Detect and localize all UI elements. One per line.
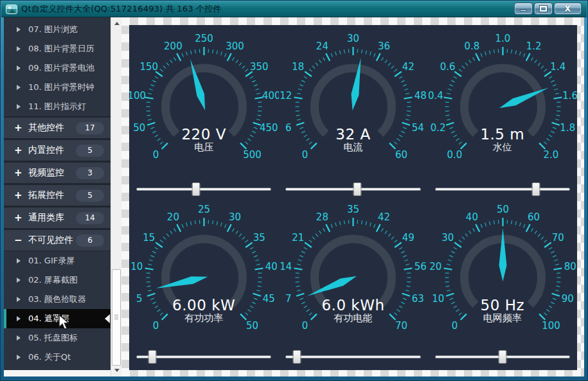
svg-text:35: 35 xyxy=(253,232,265,244)
scrollbar-thumb[interactable] xyxy=(112,269,121,366)
gauge-water-level: 0.00.20.40.60.81.01.21.41.61.82.0 1.5 m … xyxy=(428,25,577,182)
item-label: 07. 图片浏览 xyxy=(28,24,78,35)
svg-text:30: 30 xyxy=(441,232,454,244)
slider-handle[interactable] xyxy=(353,182,362,196)
slider-handle[interactable] xyxy=(192,182,200,196)
slider-handle[interactable] xyxy=(148,350,157,364)
sidebar-group-builtin-controls[interactable]: + 内置控件 5 xyxy=(4,139,111,161)
slider-handle[interactable] xyxy=(498,350,506,364)
scroll-down-icon[interactable] xyxy=(112,366,121,375)
expand-icon: + xyxy=(14,190,22,201)
item-arrow-icon xyxy=(17,316,21,321)
gauge-value: 32 A xyxy=(278,126,427,143)
sidebar-item-02-screenshot[interactable]: 02. 屏幕截图 xyxy=(4,270,111,290)
svg-text:300: 300 xyxy=(226,40,244,52)
slider-handle[interactable] xyxy=(532,182,540,196)
item-label: 01. GIF录屏 xyxy=(28,255,75,267)
sidebar-item-01-gif-recorder[interactable]: 01. GIF录屏 xyxy=(4,251,111,270)
svg-text:100: 100 xyxy=(129,90,146,102)
gauge-active-power: 05101520253035404550 6.00 kW 有功功率 xyxy=(129,196,278,350)
sidebar-item-04-mask-layer[interactable]: 04. 遮罩层 xyxy=(4,309,111,328)
sidebar-item-06-about-qt[interactable]: 06. 关于Qt xyxy=(4,348,111,367)
group-label: 视频监控 xyxy=(28,167,64,179)
maximize-icon xyxy=(540,6,547,12)
group-label: 其他控件 xyxy=(28,122,64,134)
sidebar-group-common-library[interactable]: + 通用类库 14 xyxy=(4,206,111,229)
svg-text:18: 18 xyxy=(292,61,305,73)
count-badge: 17 xyxy=(76,122,104,134)
item-label: 08. 图片背景日历 xyxy=(28,43,94,55)
minimize-icon xyxy=(520,10,527,12)
item-arrow-icon xyxy=(17,258,21,263)
expand-icon: + xyxy=(14,167,22,179)
sidebar-group-invisible-controls[interactable]: − 不可见控件 6 xyxy=(4,229,111,251)
item-arrow-icon xyxy=(17,297,21,302)
app-window: Qt自定义控件大全(QQ:517216493) 共 163 个控件 X 07. … xyxy=(0,0,588,381)
svg-text:60: 60 xyxy=(528,211,540,223)
sidebar-item-07-image-browser[interactable]: 07. 图片浏览 xyxy=(4,20,111,39)
gauge-dial: 050100150200250300350400450500 xyxy=(129,25,279,182)
svg-text:400: 400 xyxy=(262,90,279,102)
sidebar-item-03-color-picker[interactable]: 03. 颜色拾取器 xyxy=(4,290,111,309)
sidebar-item-09-image-battery[interactable]: 09. 图片背景电池 xyxy=(4,58,111,78)
window-controls: X xyxy=(514,3,582,15)
item-arrow-icon xyxy=(17,46,21,51)
svg-text:1.0: 1.0 xyxy=(495,33,510,44)
item-label: 06. 关于Qt xyxy=(28,351,71,363)
grid-frequency-slider[interactable] xyxy=(435,350,570,364)
svg-text:50: 50 xyxy=(497,204,509,215)
svg-text:200: 200 xyxy=(164,40,183,52)
current-slider[interactable] xyxy=(285,182,420,196)
svg-text:12: 12 xyxy=(280,90,292,102)
sidebar-item-05-tray-icon[interactable]: 05. 托盘图标 xyxy=(4,328,111,348)
item-label: 10. 图片背景时钟 xyxy=(28,82,94,93)
svg-text:36: 36 xyxy=(379,40,391,52)
expand-icon: + xyxy=(14,145,22,156)
item-arrow-icon xyxy=(17,355,21,360)
item-label: 11. 图片指示灯 xyxy=(28,101,86,112)
sidebar-item-11-image-indicator[interactable]: 11. 图片指示灯 xyxy=(4,97,111,116)
active-energy-slider[interactable] xyxy=(285,350,420,364)
sidebar-group-video-monitor[interactable]: + 视频监控 3 xyxy=(4,161,111,184)
svg-text:40: 40 xyxy=(466,211,478,223)
svg-text:49: 49 xyxy=(402,232,414,244)
group-label: 不可见控件 xyxy=(28,235,73,246)
svg-text:10: 10 xyxy=(130,261,143,272)
titlebar[interactable]: Qt自定义控件大全(QQ:517216493) 共 163 个控件 X xyxy=(1,1,587,17)
gauge-dial: 06121824303642485460 xyxy=(278,25,428,182)
sidebar: 07. 图片浏览 08. 图片背景日历 09. 图片背景电池 10. 图片背景时… xyxy=(4,17,121,377)
group-label: 拓展控件 xyxy=(28,190,64,201)
sidebar-item-08-image-calendar[interactable]: 08. 图片背景日历 xyxy=(4,39,111,58)
svg-text:1.2: 1.2 xyxy=(526,40,541,52)
app-icon xyxy=(6,4,17,14)
maximize-button[interactable] xyxy=(534,3,553,15)
minimize-button[interactable] xyxy=(514,3,533,15)
svg-text:80: 80 xyxy=(564,261,576,272)
sidebar-group-extended-controls[interactable]: + 拓展控件 5 xyxy=(4,184,111,206)
svg-text:1.4: 1.4 xyxy=(550,61,566,73)
slider-handle[interactable] xyxy=(293,350,301,364)
slider-track[interactable] xyxy=(136,188,271,191)
svg-text:150: 150 xyxy=(140,61,159,73)
sidebar-scrollbar[interactable] xyxy=(111,17,121,377)
svg-text:40: 40 xyxy=(265,261,278,272)
svg-text:0.8: 0.8 xyxy=(464,40,479,52)
item-label: 05. 托盘图标 xyxy=(28,332,78,344)
sidebar-group-other-controls[interactable]: + 其他控件 17 xyxy=(4,116,111,139)
svg-text:30: 30 xyxy=(347,33,359,44)
slider-track[interactable] xyxy=(435,188,570,191)
item-label: 03. 颜色拾取器 xyxy=(28,294,86,305)
voltage-slider[interactable] xyxy=(136,182,271,196)
sidebar-item-10-image-clock[interactable]: 10. 图片背景时钟 xyxy=(4,78,111,97)
close-button[interactable]: X xyxy=(554,3,582,15)
water-level-slider[interactable] xyxy=(435,182,570,196)
svg-text:14: 14 xyxy=(280,261,292,272)
item-arrow-icon xyxy=(17,104,21,109)
count-badge: 5 xyxy=(76,190,104,202)
scroll-up-icon[interactable] xyxy=(112,19,121,28)
active-power-slider[interactable] xyxy=(136,350,271,364)
gauge-value: 6.00 kW xyxy=(129,297,278,314)
item-label: 02. 屏幕截图 xyxy=(28,274,78,286)
gauge-dial: 05101520253035404550 xyxy=(129,196,279,353)
slider-track[interactable] xyxy=(285,355,420,359)
